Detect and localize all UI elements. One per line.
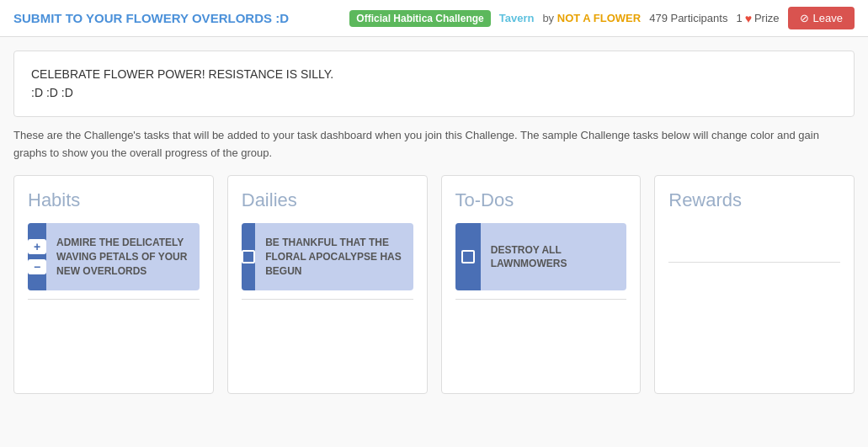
habit-controls: + − <box>28 223 46 290</box>
dailies-column: Dailies BE THANKFUL THAT THE FLORAL APOC… <box>227 175 428 394</box>
ban-icon: ⊘ <box>800 12 809 24</box>
info-text: These are the Challenge's tasks that wil… <box>13 127 855 162</box>
official-challenge-badge: Official Habitica Challenge <box>349 10 490 27</box>
dailies-divider <box>242 299 413 300</box>
leave-label: Leave <box>813 12 843 24</box>
dailies-title: Dailies <box>242 189 413 211</box>
rewards-title: Rewards <box>668 189 840 211</box>
prize-count: 1 <box>736 12 742 24</box>
author-name: NOT A FLOWER <box>557 12 641 24</box>
description-line1: CELEBRATE FLOWER POWER! RESISTANCE IS SI… <box>31 65 837 83</box>
description-box: CELEBRATE FLOWER POWER! RESISTANCE IS SI… <box>13 51 855 117</box>
prize-label: Prize <box>754 12 780 24</box>
participants-count: 479 Participants <box>649 12 727 24</box>
daily-checkbox-area <box>242 223 255 290</box>
todo-task-card: DESTROY ALL LAWNMOWERS <box>455 223 627 290</box>
rewards-divider <box>668 262 840 263</box>
habit-plus-button[interactable]: + <box>28 239 46 254</box>
page-title: SUBMIT TO YOUR FLOWERY OVERLORDS :D <box>13 11 341 25</box>
tavern-badge: Tavern <box>499 12 535 24</box>
todos-divider <box>455 299 627 300</box>
rewards-column: Rewards <box>654 175 855 394</box>
heart-icon: ♥ <box>745 12 752 25</box>
leave-button[interactable]: ⊘ Leave <box>788 7 855 29</box>
daily-task-card: BE THANKFUL THAT THE FLORAL APOCALYPSE H… <box>242 223 413 290</box>
todos-title: To-Dos <box>455 189 627 211</box>
habit-task-text: ADMIRE THE DELICATELY WAVING PETALS OF Y… <box>46 223 200 290</box>
author-byline: by NOT A FLOWER <box>542 12 641 24</box>
habit-task-card: + − ADMIRE THE DELICATELY WAVING PETALS … <box>28 223 200 290</box>
description-line2: :D :D :D <box>31 83 837 102</box>
by-label: by <box>542 12 554 24</box>
daily-task-text: BE THANKFUL THAT THE FLORAL APOCALYPSE H… <box>255 223 413 290</box>
todos-column: To-Dos DESTROY ALL LAWNMOWERS <box>441 175 642 394</box>
prize-info: 1 ♥ Prize <box>736 12 779 25</box>
habits-divider <box>28 299 200 300</box>
habits-column: Habits + − ADMIRE THE DELICATELY WAVING … <box>13 175 214 394</box>
habits-title: Habits <box>28 189 200 211</box>
todo-task-text: DESTROY ALL LAWNMOWERS <box>481 223 626 290</box>
task-columns: Habits + − ADMIRE THE DELICATELY WAVING … <box>13 175 855 394</box>
header-bar: SUBMIT TO YOUR FLOWERY OVERLORDS :D Offi… <box>0 0 868 37</box>
habit-minus-button[interactable]: − <box>28 259 46 274</box>
daily-checkbox[interactable] <box>242 250 255 263</box>
todo-checkbox-area <box>455 223 481 290</box>
todo-checkbox[interactable] <box>461 250 475 263</box>
